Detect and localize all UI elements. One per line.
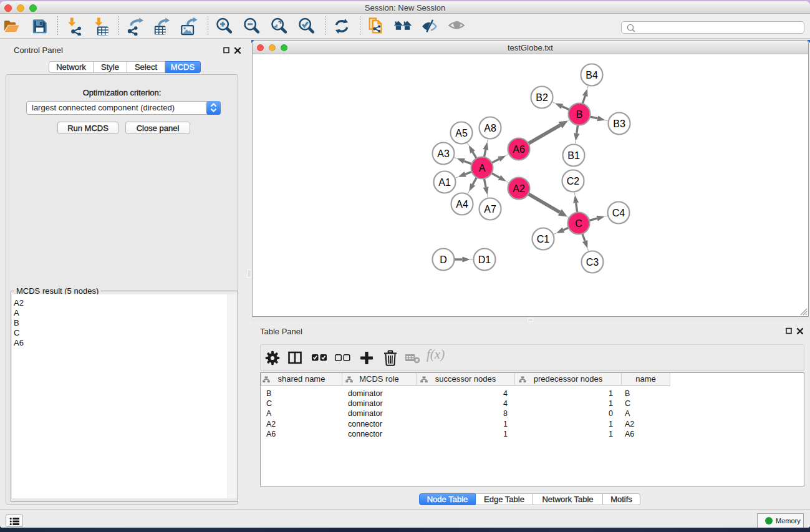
svg-text:B4: B4 — [586, 70, 598, 80]
svg-text:B: B — [576, 109, 583, 120]
svg-text:C2: C2 — [567, 176, 580, 186]
svg-text:C: C — [575, 218, 582, 229]
svg-text:B1: B1 — [567, 150, 580, 161]
svg-text:A1: A1 — [438, 177, 451, 188]
svg-text:B2: B2 — [536, 92, 548, 103]
svg-text:D1: D1 — [478, 254, 491, 265]
svg-text:A4: A4 — [456, 199, 468, 210]
svg-text:A6: A6 — [513, 144, 525, 155]
svg-text:A7: A7 — [484, 204, 496, 215]
svg-text:A: A — [479, 163, 486, 173]
svg-text:A2: A2 — [513, 183, 525, 194]
svg-text:B3: B3 — [613, 118, 625, 129]
svg-text:C3: C3 — [586, 257, 599, 268]
svg-text:A3: A3 — [437, 148, 450, 159]
svg-text:D: D — [440, 254, 447, 265]
svg-text:A8: A8 — [484, 123, 496, 133]
svg-text:C1: C1 — [537, 234, 550, 244]
svg-text:A5: A5 — [455, 128, 468, 138]
svg-text:C4: C4 — [612, 208, 625, 218]
